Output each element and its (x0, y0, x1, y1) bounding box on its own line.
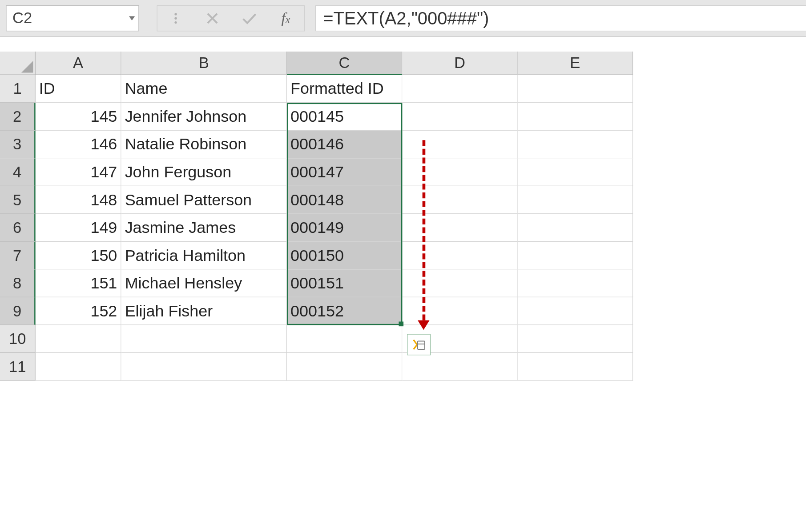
select-all-corner[interactable] (0, 52, 36, 75)
cell-B7[interactable]: Patricia Hamilton (121, 242, 287, 270)
cell-B3[interactable]: Natalie Robinson (121, 131, 287, 159)
cell-E7[interactable] (518, 242, 633, 270)
cell-D2[interactable] (402, 103, 517, 131)
fx-icon: fx (281, 9, 290, 27)
col-header-D[interactable]: D (402, 52, 517, 75)
row-header-3[interactable]: 3 (0, 131, 36, 159)
cell-C3[interactable]: 000146 (287, 131, 402, 159)
cell-C2[interactable]: 000145 (287, 103, 402, 131)
col-header-B[interactable]: B (121, 52, 287, 75)
col-header-A[interactable]: A (36, 52, 121, 75)
cell-C5[interactable]: 000148 (287, 186, 402, 214)
cell-C7[interactable]: 000150 (287, 242, 402, 270)
cell-B5[interactable]: Samuel Patterson (121, 186, 287, 214)
cell-E10[interactable] (518, 325, 633, 353)
expand-button[interactable] (157, 5, 194, 31)
cell-E5[interactable] (518, 186, 633, 214)
svg-rect-2 (418, 341, 425, 349)
row-header-9[interactable]: 9 (0, 297, 36, 325)
cancel-button[interactable] (194, 5, 230, 31)
cell-B9[interactable]: Elijah Fisher (121, 297, 287, 325)
cell-B10[interactable] (121, 325, 287, 353)
cell-A8[interactable]: 151 (36, 269, 121, 297)
cell-C10[interactable] (287, 325, 402, 353)
name-box-value: C2 (12, 9, 32, 27)
cell-E3[interactable] (518, 131, 633, 159)
cell-A9[interactable]: 152 (36, 297, 121, 325)
row-header-6[interactable]: 6 (0, 214, 36, 242)
row-header-1[interactable]: 1 (0, 75, 36, 103)
cell-B6[interactable]: Jasmine James (121, 214, 287, 242)
row-header-4[interactable]: 4 (0, 158, 36, 186)
cell-C1[interactable]: Formatted ID (287, 75, 402, 103)
col-header-E[interactable]: E (518, 52, 633, 75)
autofill-options-icon (411, 337, 427, 352)
row-header-10[interactable]: 10 (0, 325, 36, 353)
cell-C11[interactable] (287, 353, 402, 381)
cell-A7[interactable]: 150 (36, 242, 121, 270)
autofill-options-button[interactable] (407, 334, 431, 355)
fx-button[interactable]: fx (267, 5, 304, 31)
col-header-C[interactable]: C (287, 52, 402, 75)
cell-A2[interactable]: 145 (36, 103, 121, 131)
row-header-2[interactable]: 2 (0, 103, 36, 131)
cell-D1[interactable] (402, 75, 517, 103)
cell-A6[interactable]: 149 (36, 214, 121, 242)
row-header-7[interactable]: 7 (0, 242, 36, 270)
cell-B2[interactable]: Jennifer Johnson (121, 103, 287, 131)
cell-A10[interactable] (36, 325, 121, 353)
drag-arrow-annotation (419, 140, 430, 330)
row-header-5[interactable]: 5 (0, 186, 36, 214)
chevron-down-icon[interactable] (129, 16, 135, 20)
row-header-8[interactable]: 8 (0, 269, 36, 297)
cell-A1[interactable]: ID (36, 75, 121, 103)
cell-E9[interactable] (518, 297, 633, 325)
vertical-dots-icon (174, 13, 177, 24)
row-header-11[interactable]: 11 (0, 353, 36, 381)
spreadsheet-grid[interactable]: A B C D E 1 ID Name Formatted ID 2 145 J… (0, 52, 806, 381)
cell-E8[interactable] (518, 269, 633, 297)
cell-B1[interactable]: Name (121, 75, 287, 103)
cell-B4[interactable]: John Ferguson (121, 158, 287, 186)
cell-A11[interactable] (36, 353, 121, 381)
cell-B11[interactable] (121, 353, 287, 381)
check-icon (242, 12, 257, 24)
cell-A4[interactable]: 147 (36, 158, 121, 186)
cell-E1[interactable] (518, 75, 633, 103)
cell-C8[interactable]: 000151 (287, 269, 402, 297)
formula-bar: C2 fx =TEXT(A2,"000###") (0, 0, 806, 36)
cell-E6[interactable] (518, 214, 633, 242)
cell-B8[interactable]: Michael Hensley (121, 269, 287, 297)
formula-button-group: fx (157, 5, 305, 31)
enter-button[interactable] (231, 5, 267, 31)
formula-input[interactable]: =TEXT(A2,"000###") (315, 5, 806, 31)
cell-E2[interactable] (518, 103, 633, 131)
arrow-down-icon (418, 320, 430, 330)
cell-C6[interactable]: 000149 (287, 214, 402, 242)
cell-A3[interactable]: 146 (36, 131, 121, 159)
cell-C9[interactable]: 000152 (287, 297, 402, 325)
cell-A5[interactable]: 148 (36, 186, 121, 214)
cell-D11[interactable] (402, 353, 517, 381)
close-icon (206, 12, 219, 24)
name-box[interactable]: C2 (6, 5, 139, 31)
cell-E11[interactable] (518, 353, 633, 381)
cell-E4[interactable] (518, 158, 633, 186)
formula-text: =TEXT(A2,"000###") (323, 8, 489, 28)
cell-C4[interactable]: 000147 (287, 158, 402, 186)
